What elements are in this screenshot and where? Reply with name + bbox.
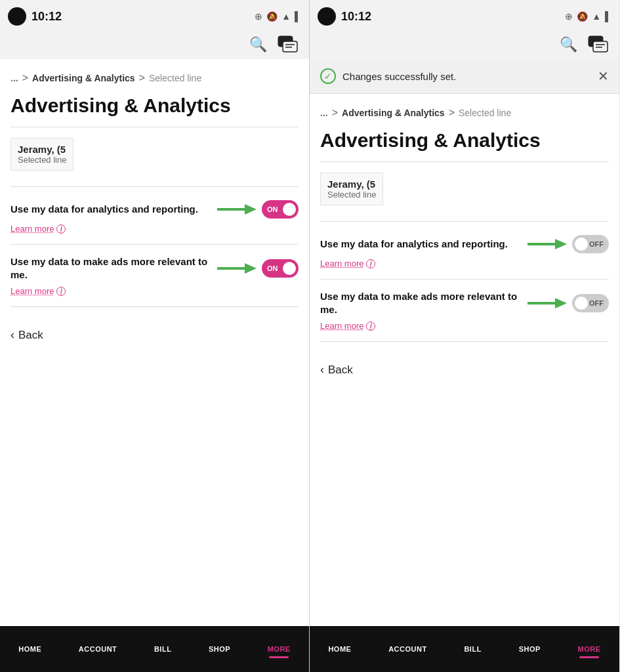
divider-bottom-right — [320, 341, 609, 342]
ads-learn-more-left[interactable]: Learn more i — [10, 286, 299, 296]
status-bar-right: 10:12 ⊕ 🔕 ▲ ▌ — [310, 0, 619, 33]
nav-shop-right[interactable]: SHOP — [516, 640, 543, 658]
breadcrumb-last-left: Selected line — [149, 73, 201, 83]
divider-mid-right — [320, 279, 609, 280]
ads-label-right: Use my data to make ads more relevant to… — [320, 290, 521, 316]
analytics-info-icon-right: i — [366, 259, 375, 268]
status-icons-right: ⊕ 🔕 ▲ ▌ — [565, 11, 611, 22]
analytics-label-right: Use my data for analytics and reporting. — [320, 238, 521, 251]
screen-right: 10:12 ⊕ 🔕 ▲ ▌ 🔍 ✓ C — [310, 0, 619, 672]
bottom-nav-left: HOME ACCOUNT BILL SHOP MORE — [0, 626, 309, 672]
location-icon-left: ⊕ — [255, 11, 262, 22]
ads-arrow-right — [527, 294, 567, 312]
chat-icon-left[interactable] — [278, 35, 299, 54]
divider-title-right — [320, 161, 609, 162]
status-left-right: 10:12 — [318, 7, 371, 26]
analytics-learn-more-right[interactable]: Learn more i — [320, 259, 609, 268]
bell-icon-left: 🔕 — [266, 11, 278, 22]
back-chevron-right: ‹ — [320, 363, 324, 377]
svg-rect-1 — [283, 41, 297, 52]
nav-more-right[interactable]: MORE — [575, 640, 604, 658]
analytics-learn-more-left[interactable]: Learn more i — [10, 224, 299, 234]
wifi-icon-right: ▲ — [592, 11, 601, 22]
divider-user-left — [10, 186, 299, 187]
ads-learn-more-text-left: Learn more — [10, 286, 54, 296]
ads-toggle-area-right: OFF — [527, 294, 609, 312]
divider-title-left — [10, 127, 299, 127]
back-chevron-left: ‹ — [10, 328, 14, 342]
analytics-toggle-right[interactable]: OFF — [572, 235, 609, 253]
analytics-arrow-right — [527, 235, 567, 253]
screen-left: 10:12 ⊕ 🔕 ▲ ▌ 🔍 — [0, 0, 310, 672]
ads-arrow-left — [217, 259, 257, 278]
nav-home-right[interactable]: HOME — [325, 640, 354, 658]
svg-rect-9 — [593, 41, 608, 52]
breadcrumb-right: ... > Advertising & Analytics > Selected… — [320, 107, 609, 119]
chat-icon-right[interactable] — [588, 35, 609, 54]
nav-half-right: HOME ACCOUNT BILL SHOP MORE — [310, 626, 619, 672]
ads-info-icon-right: i — [366, 322, 375, 331]
user-line-left: Selected line — [18, 155, 66, 165]
breadcrumb-active-right: Advertising & Analytics — [342, 108, 445, 118]
search-icon-left[interactable]: 🔍 — [249, 36, 267, 53]
svg-marker-13 — [555, 239, 567, 249]
user-name-left: Jeramy, (5 — [18, 144, 66, 155]
time-right: 10:12 — [341, 10, 371, 24]
bell-icon-right: 🔕 — [577, 11, 588, 22]
nav-account-right[interactable]: ACCOUNT — [386, 640, 430, 658]
ads-toggle-on-label-left: ON — [267, 264, 278, 272]
breadcrumb-sep1-right: > — [332, 107, 338, 119]
status-left: 10:12 — [8, 7, 62, 26]
success-text: Changes successfully set. — [342, 71, 591, 82]
ads-toggle-off-label-right: OFF — [589, 299, 604, 307]
page-title-left: Advertising & Analytics — [10, 94, 299, 116]
analytics-info-icon-left: i — [56, 224, 66, 234]
breadcrumb-dots-left: ... — [10, 73, 18, 83]
success-close-button[interactable]: ✕ — [598, 68, 609, 84]
analytics-toggle-area-right: OFF — [527, 235, 609, 253]
location-icon-right: ⊕ — [565, 11, 573, 22]
analytics-toggle-row-left: Use my data for analytics and reporting.… — [10, 200, 299, 234]
nav-bill-right[interactable]: BILL — [461, 640, 484, 658]
divider-user-right — [320, 221, 609, 222]
nav-home-left[interactable]: HOME — [16, 640, 44, 658]
analytics-label-left: Use my data for analytics and reporting. — [10, 203, 211, 216]
divider-mid-left — [10, 244, 299, 245]
success-check-icon: ✓ — [320, 68, 336, 84]
battery-icon-left: ▌ — [295, 11, 301, 22]
ads-toggle-knob-left — [283, 262, 296, 275]
analytics-learn-more-text-right: Learn more — [320, 259, 363, 268]
nav-shop-left[interactable]: SHOP — [206, 640, 233, 658]
ads-learn-more-right[interactable]: Learn more i — [320, 321, 609, 331]
analytics-learn-more-text-left: Learn more — [10, 224, 54, 234]
page-title-right: Advertising & Analytics — [320, 129, 609, 151]
nav-bill-left[interactable]: BILL — [152, 640, 174, 658]
back-button-left[interactable]: ‹ Back — [10, 318, 299, 347]
svg-marker-7 — [245, 263, 257, 274]
status-bar-left: 10:12 ⊕ 🔕 ▲ ▌ — [0, 0, 309, 33]
user-line-right: Selected line — [327, 190, 376, 200]
nav-more-left[interactable]: MORE — [265, 640, 293, 658]
ads-learn-more-text-right: Learn more — [320, 321, 363, 331]
breadcrumb-sep2-left: > — [139, 72, 145, 84]
user-info-left: Jeramy, (5 Selected line — [10, 138, 73, 171]
breadcrumb-dots-right: ... — [320, 108, 328, 118]
wifi-icon-left: ▲ — [281, 11, 291, 22]
analytics-toggle-knob-left — [283, 203, 296, 216]
search-icon-right[interactable]: 🔍 — [560, 36, 577, 53]
ads-toggle-right[interactable]: OFF — [572, 294, 609, 312]
analytics-arrow-left — [217, 200, 257, 219]
nav-account-left[interactable]: ACCOUNT — [76, 640, 120, 658]
svg-marker-5 — [245, 204, 257, 215]
top-bar-left: 🔍 — [0, 33, 309, 59]
camera-dot-left — [8, 7, 26, 26]
back-label-right: Back — [328, 364, 353, 377]
content-right: ... > Advertising & Analytics > Selected… — [310, 94, 619, 626]
ads-toggle-area-left: ON — [217, 259, 299, 278]
analytics-toggle-left[interactable]: ON — [262, 200, 299, 219]
top-bar-right: 🔍 — [310, 33, 619, 59]
analytics-toggle-knob-right — [575, 238, 588, 251]
back-button-right[interactable]: ‹ Back — [320, 352, 609, 382]
ads-toggle-left[interactable]: ON — [262, 259, 299, 278]
status-icons-left: ⊕ 🔕 ▲ ▌ — [255, 11, 301, 22]
